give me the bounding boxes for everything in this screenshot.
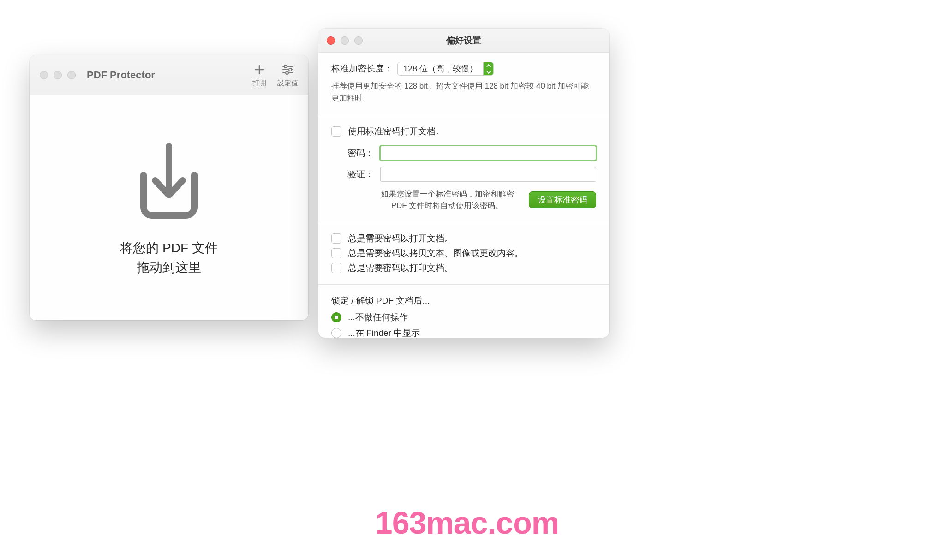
always-print-checkbox[interactable] (331, 263, 341, 273)
close-icon[interactable] (40, 71, 48, 79)
minimize-icon[interactable] (341, 36, 349, 45)
always-copy-checkbox[interactable] (331, 248, 341, 258)
window-title: PDF Protector (87, 69, 155, 81)
stepper-icon (483, 62, 493, 75)
svg-point-5 (286, 71, 288, 74)
encryption-hint: 推荐使用更加安全的 128 bit。超大文件使用 128 bit 加密较 40 … (331, 80, 596, 105)
after-none-radio[interactable] (331, 312, 341, 322)
preferences-window: 偏好设置 标准加密长度： 128 位（高，较慢） 推荐使用更加安全的 128 b… (318, 29, 609, 338)
minimize-icon[interactable] (54, 71, 62, 79)
zoom-icon[interactable] (67, 71, 76, 79)
verify-input[interactable] (380, 167, 596, 182)
after-finder-radio[interactable] (331, 328, 341, 338)
std-password-checkbox[interactable] (331, 126, 341, 137)
separator (318, 284, 609, 285)
settings-button[interactable]: 設定值 (277, 62, 298, 88)
set-std-password-button[interactable]: 设置标准密码 (529, 191, 596, 208)
encryption-row: 标准加密长度： 128 位（高，较慢） (331, 62, 596, 76)
password-input[interactable] (380, 146, 596, 161)
toolbar: 打開 設定值 (252, 62, 298, 88)
prefs-titlebar: 偏好设置 (318, 29, 609, 53)
main-window: PDF Protector 打開 (30, 55, 308, 320)
traffic-lights (327, 36, 363, 45)
std-password-note: 如果您设置一个标准密码，加密和解密 PDF 文件时将自动使用该密码。 (331, 188, 521, 212)
watermark-text: 163mac.com (375, 505, 559, 541)
prefs-body: 标准加密长度： 128 位（高，较慢） 推荐使用更加安全的 128 bit。超大… (318, 53, 609, 338)
prefs-title: 偏好设置 (446, 35, 481, 47)
drop-zone[interactable]: 将您的 PDF 文件 拖动到这里 (30, 95, 308, 320)
zoom-icon[interactable] (354, 36, 363, 45)
password-grid: 密码： 验证： 如果您设置一个标准密码，加密和解密 PDF 文件时将自动使用该密… (331, 146, 596, 212)
password-label: 密码： (331, 147, 374, 159)
plus-icon (254, 62, 265, 77)
svg-point-1 (284, 65, 287, 68)
always-open-checkbox[interactable] (331, 233, 341, 244)
open-button[interactable]: 打開 (252, 62, 266, 88)
encryption-select[interactable]: 128 位（高，较慢） (397, 62, 494, 76)
std-password-checkbox-row: 使用标准密码打开文档。 (331, 125, 596, 137)
separator (318, 222, 609, 222)
encryption-label: 标准加密长度： (331, 63, 393, 75)
drop-icon (130, 138, 208, 226)
svg-point-3 (289, 68, 292, 71)
separator (318, 115, 609, 115)
verify-label: 验证： (331, 168, 374, 180)
close-icon[interactable] (327, 36, 335, 45)
after-lock-heading: 锁定 / 解锁 PDF 文档后... (331, 295, 596, 307)
sliders-icon (282, 62, 294, 77)
traffic-lights (40, 71, 76, 79)
drop-text: 将您的 PDF 文件 拖动到这里 (120, 238, 218, 277)
main-titlebar: PDF Protector 打開 (30, 55, 308, 95)
